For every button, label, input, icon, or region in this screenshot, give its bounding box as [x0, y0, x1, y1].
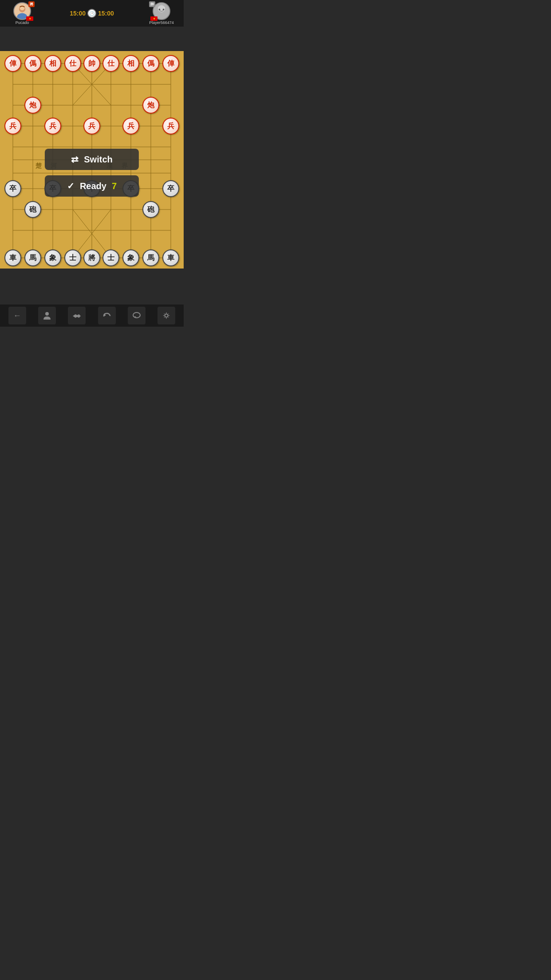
- timer-section: 15:00 🕐 15:00: [70, 9, 114, 18]
- piece-red-xiang2[interactable]: 相: [122, 55, 139, 72]
- piece-red-pao1[interactable]: 炮: [24, 97, 41, 114]
- piece-red-pao2[interactable]: 炮: [142, 97, 159, 114]
- undo-icon: [102, 311, 112, 320]
- piece-black-ma2[interactable]: 馬: [142, 249, 159, 266]
- piece-red-ma2[interactable]: 傌: [142, 55, 159, 72]
- gear-icon: [161, 311, 171, 320]
- back-button[interactable]: ←: [8, 307, 26, 324]
- player2-info: 帥 ★ Player566474: [144, 2, 179, 25]
- piece-black-che1[interactable]: 車: [4, 249, 21, 266]
- game-header: 將 ★ Pucado 15:00 🕐 15:00: [0, 0, 184, 27]
- settings-button[interactable]: [157, 307, 175, 324]
- player-button[interactable]: [38, 307, 56, 324]
- piece-red-che1[interactable]: 俥: [4, 55, 21, 72]
- piece-black-zu5[interactable]: 卒: [162, 180, 179, 197]
- piece-red-bing5[interactable]: 兵: [162, 118, 179, 134]
- piece-red-shi2[interactable]: 仕: [102, 55, 119, 72]
- back-icon: ←: [13, 311, 21, 320]
- piece-red-bing4[interactable]: 兵: [122, 118, 139, 134]
- piece-black-zu1[interactable]: 卒: [4, 180, 21, 197]
- handshake-button[interactable]: [68, 307, 86, 324]
- clock-icon: 🕐: [87, 9, 96, 18]
- piece-red-xiang1[interactable]: 相: [44, 55, 61, 72]
- player2-flag: ★: [150, 16, 157, 21]
- piece-black-pao2[interactable]: 砲: [142, 201, 159, 218]
- switch-icon: ⇄: [71, 154, 79, 165]
- ready-button[interactable]: ✓ Ready 7: [45, 175, 139, 197]
- player1-name: Pucado: [16, 20, 29, 25]
- svg-point-37: [133, 312, 140, 318]
- ready-count: 7: [112, 181, 117, 191]
- switch-label: Switch: [84, 154, 112, 165]
- player2-name: Player566474: [149, 20, 174, 25]
- undo-button[interactable]: [98, 307, 116, 324]
- chat-icon: [132, 311, 142, 320]
- svg-point-6: [159, 8, 161, 10]
- svg-point-39: [165, 314, 168, 317]
- game-board-container: 楚 河 漢 界 俥 傌 相 仕 帥 仕 相 傌 俥 炮 炮 兵 兵 兵 兵 兵 …: [0, 51, 184, 269]
- svg-point-7: [163, 8, 165, 10]
- piece-red-bing2[interactable]: 兵: [44, 118, 61, 134]
- player1-badge: 將: [28, 1, 35, 7]
- piece-black-xiang1[interactable]: 象: [44, 249, 61, 266]
- player1-info: 將 ★ Pucado: [4, 2, 40, 25]
- top-spacer: [0, 27, 184, 51]
- person-icon: [42, 311, 52, 320]
- bottom-toolbar: ←: [0, 304, 184, 327]
- ready-label: Ready: [80, 181, 106, 191]
- timer1: 15:00: [70, 10, 86, 17]
- bottom-spacer: [0, 269, 184, 284]
- piece-black-che2[interactable]: 車: [162, 249, 179, 266]
- piece-red-shuai[interactable]: 帥: [83, 55, 100, 72]
- piece-black-shi2[interactable]: 士: [102, 249, 119, 266]
- chat-button[interactable]: [128, 307, 146, 324]
- piece-red-bing1[interactable]: 兵: [4, 118, 21, 134]
- handshake-icon: [72, 311, 82, 320]
- svg-point-35: [45, 312, 49, 316]
- piece-black-jiang[interactable]: 將: [83, 249, 100, 266]
- switch-button[interactable]: ⇄ Switch: [45, 149, 139, 170]
- piece-black-ma1[interactable]: 馬: [24, 249, 41, 266]
- piece-red-shi1[interactable]: 仕: [64, 55, 81, 72]
- piece-black-shi1[interactable]: 士: [64, 249, 81, 266]
- piece-red-ma1[interactable]: 傌: [24, 55, 41, 72]
- overlay-buttons: ⇄ Switch ✓ Ready 7: [45, 149, 139, 197]
- piece-red-che2[interactable]: 俥: [162, 55, 179, 72]
- piece-black-pao1[interactable]: 砲: [24, 201, 41, 218]
- player1-flag: ★: [26, 16, 33, 21]
- player2-badge: 帥: [149, 1, 155, 7]
- piece-black-xiang2[interactable]: 象: [122, 249, 139, 266]
- check-icon: ✓: [67, 181, 75, 191]
- timer2: 15:00: [98, 10, 114, 17]
- piece-red-bing3[interactable]: 兵: [83, 118, 100, 134]
